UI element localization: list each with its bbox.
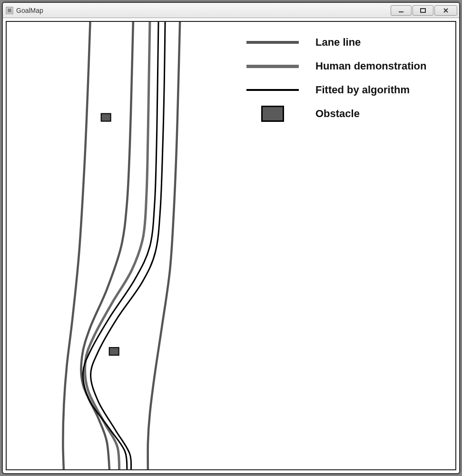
map-canvas-frame: Lane line Human demonstration Fitted by … <box>6 21 456 470</box>
legend-swatch-lane <box>239 41 306 44</box>
legend-label-fit: Fitted by algorithm <box>306 84 444 96</box>
app-window: GoalMap Lane line <box>2 2 460 474</box>
path-human-demo <box>85 22 150 470</box>
fit-line-icon <box>246 89 299 91</box>
lane-line-icon <box>246 41 299 44</box>
minimize-icon <box>397 8 405 13</box>
lane-lines-layer <box>63 22 180 470</box>
legend: Lane line Human demonstration Fitted by … <box>239 30 444 126</box>
maximize-button[interactable] <box>413 5 433 16</box>
legend-swatch-fit <box>239 89 306 91</box>
legend-label-obstacle: Obstacle <box>306 108 444 120</box>
window-title: GoalMap <box>16 7 390 14</box>
maximize-icon <box>419 8 427 13</box>
legend-row-human: Human demonstration <box>239 54 444 78</box>
svg-rect-3 <box>421 9 425 12</box>
obstacle-0 <box>101 114 111 121</box>
minimize-button[interactable] <box>391 5 412 16</box>
human-demo-layer <box>85 22 150 470</box>
obstacle-1 <box>109 347 119 355</box>
close-button[interactable] <box>434 5 457 16</box>
legend-label-lane: Lane line <box>306 36 444 49</box>
legend-row-obstacle: Obstacle <box>239 102 444 126</box>
path-lane-left <box>63 22 90 470</box>
window-controls <box>390 5 457 16</box>
legend-swatch-human <box>239 65 306 68</box>
fitted-layer <box>83 22 165 470</box>
path-lane-center <box>81 22 133 470</box>
obstacle-box-icon <box>261 106 284 122</box>
legend-swatch-obstacle <box>239 106 306 122</box>
svg-rect-1 <box>8 9 11 12</box>
close-icon <box>442 8 450 13</box>
legend-label-human: Human demonstration <box>306 60 444 72</box>
titlebar[interactable]: GoalMap <box>3 3 459 18</box>
legend-row-fit: Fitted by algorithm <box>239 78 444 102</box>
legend-row-lane: Lane line <box>239 30 444 54</box>
app-icon <box>6 7 13 14</box>
human-line-icon <box>246 65 299 68</box>
path-fitted-b <box>91 22 165 470</box>
